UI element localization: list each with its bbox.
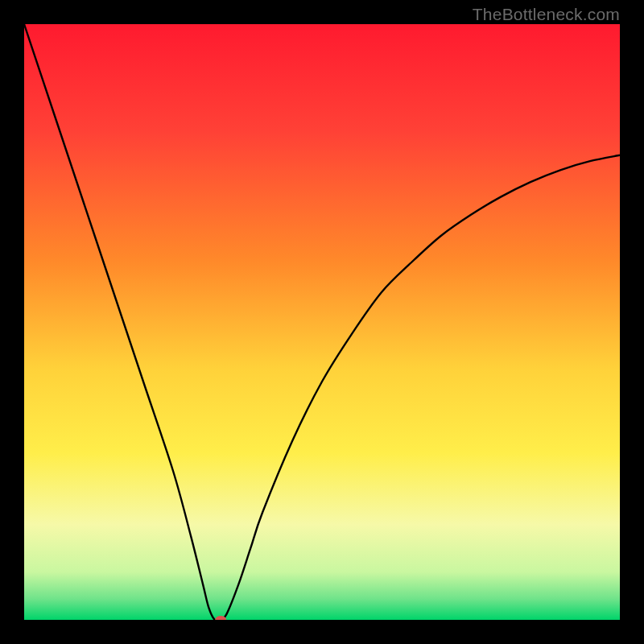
bottleneck-curve xyxy=(24,24,620,620)
watermark-text: TheBottleneck.com xyxy=(473,5,620,24)
outer-frame: TheBottleneck.com xyxy=(0,0,644,644)
chart-plot-area xyxy=(24,24,620,620)
chart-curve-layer xyxy=(24,24,620,620)
